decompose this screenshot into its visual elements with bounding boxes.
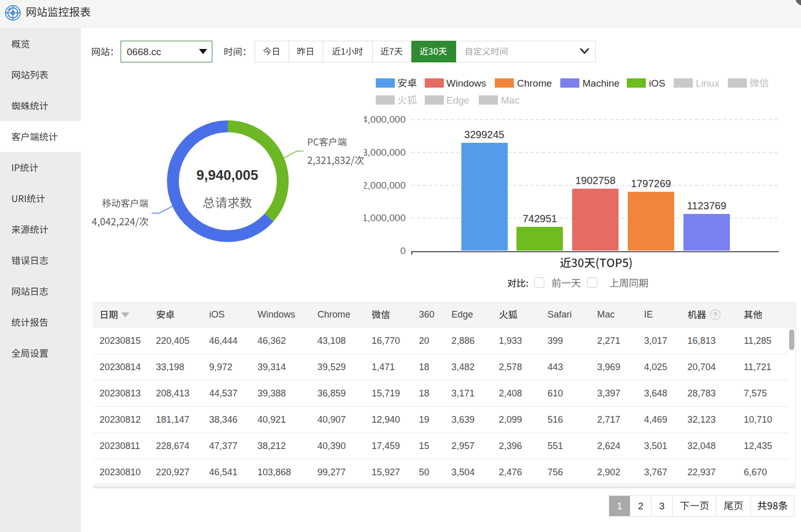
svg-text:?: ?	[713, 310, 717, 319]
